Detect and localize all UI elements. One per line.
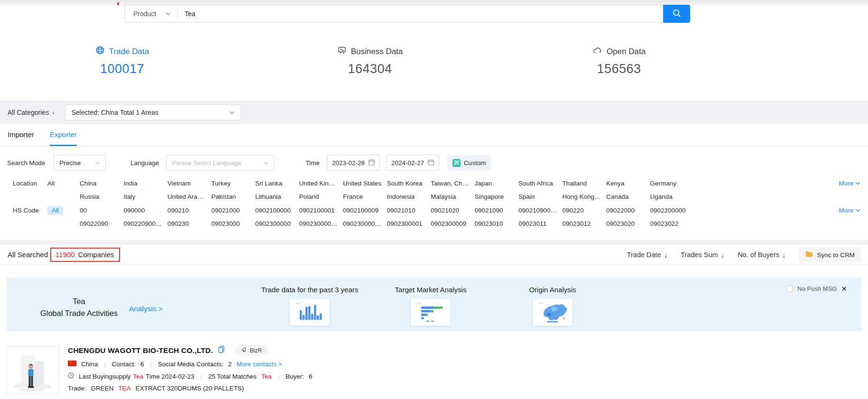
hs-code-option[interactable]: 09022090000 <box>124 219 168 228</box>
custom-time-button[interactable]: ⌘ Custom <box>447 155 491 170</box>
location-option[interactable]: Canada <box>606 192 650 201</box>
hs-code-option[interactable]: 0902100001 <box>299 206 343 215</box>
more-contacts-link[interactable]: More contacts > <box>236 361 282 368</box>
hs-code-option[interactable]: 090000 <box>124 206 168 215</box>
hs-code-option[interactable]: 0902200000 <box>650 206 694 215</box>
location-option[interactable]: Uganda <box>650 192 694 201</box>
location-option[interactable]: Russia <box>80 192 124 201</box>
hs-code-option[interactable]: 09023022 <box>650 219 694 228</box>
location-option[interactable]: Malaysia <box>431 192 475 201</box>
tab-importer[interactable]: Importer <box>8 130 34 145</box>
trade-pre: GREEN <box>91 385 114 392</box>
hs-code-option[interactable]: 09023000000 <box>299 219 343 228</box>
hs-code-option[interactable]: 090230 <box>167 219 212 228</box>
location-option[interactable]: France <box>343 192 387 201</box>
hs-code-option[interactable]: 09023012 <box>563 219 607 228</box>
search-mode-select[interactable]: Precise <box>54 155 106 171</box>
hs-code-option[interactable]: 09021090000 <box>518 206 563 215</box>
location-option[interactable]: India <box>124 179 168 188</box>
copy-icon[interactable] <box>218 346 224 355</box>
hs-code-option[interactable]: 0902100000 <box>255 206 299 215</box>
company-name-link[interactable]: CHENGDU WAGOTT BIO-TECH CO.,LTD. <box>68 346 213 355</box>
location-option[interactable]: Germany <box>650 179 694 188</box>
arrow-down-icon: ↓ <box>782 251 786 259</box>
sync-to-crm-button[interactable]: Sync to CRM <box>799 247 861 262</box>
location-option[interactable]: Poland <box>299 192 343 201</box>
sort-option[interactable]: Trade Date↓ <box>627 251 668 259</box>
location-option[interactable]: Thailand <box>563 179 607 188</box>
social-contacts-label: Social Media Contacts: <box>158 361 223 368</box>
stat-business-data[interactable]: Business Data 164304 <box>327 46 413 76</box>
tab-exporter[interactable]: Exporter <box>50 130 77 146</box>
folder-icon <box>805 251 813 259</box>
location-option[interactable]: Spain <box>518 192 563 201</box>
company-image[interactable] <box>7 346 59 395</box>
location-option[interactable]: United Arab E... <box>167 192 212 201</box>
language-select[interactable]: Please Select Language <box>166 155 274 171</box>
location-option[interactable]: South Korea <box>387 179 431 188</box>
hs-code-option[interactable]: 09022090 <box>80 219 124 228</box>
trade-data-card[interactable]: Trade data for the past 3 years <box>243 286 376 325</box>
location-option[interactable]: Lithuania <box>255 192 299 201</box>
sort-option[interactable]: No. of Buyers↓ <box>738 251 785 259</box>
hs-code-option[interactable]: 09021090 <box>475 206 519 215</box>
location-option[interactable]: Japan <box>475 179 519 188</box>
chevron-down-icon <box>166 12 171 16</box>
location-option[interactable]: China <box>80 179 124 188</box>
location-option[interactable]: Taiwan, China <box>431 179 475 188</box>
location-option[interactable]: Turkey <box>212 179 256 188</box>
location-option[interactable]: Vietnam <box>167 179 212 188</box>
hs-code-option[interactable]: 09021010 <box>387 206 431 215</box>
location-option[interactable]: Hong Kong, C... <box>563 192 607 201</box>
role-tabs: Importer Exporter <box>0 124 868 146</box>
analysis-link[interactable]: Analysis > <box>129 305 163 313</box>
hs-code-option[interactable]: 09021020 <box>431 206 475 215</box>
hs-code-option[interactable]: 0902300000 <box>255 219 299 228</box>
start-date-input[interactable]: 2023-02-28 <box>327 155 380 171</box>
hs-code-option[interactable]: 09023010 <box>475 219 519 228</box>
total-matches-keyword: Tea <box>261 373 272 380</box>
location-option[interactable]: United States <box>343 179 387 188</box>
stat-trade-data[interactable]: Trade Data 100017 <box>81 46 164 76</box>
search-input[interactable] <box>178 10 663 18</box>
sort-option[interactable]: Trades Sum↓ <box>681 251 724 259</box>
origin-analysis-card[interactable]: Origin Analysis <box>486 286 619 325</box>
location-option[interactable]: Singapore <box>475 192 519 201</box>
hs-code-option[interactable]: 090230000000 <box>343 219 387 228</box>
location-option[interactable]: Sri Lanka <box>255 179 299 188</box>
hs-code-option[interactable]: 090210 <box>167 206 212 215</box>
stat-open-data[interactable]: Open Data 156563 <box>576 46 662 76</box>
hs-code-all-option[interactable]: All <box>47 206 63 215</box>
target-market-card[interactable]: Target Market Analysis <box>364 286 497 325</box>
hs-code-option[interactable]: 090220 <box>563 206 607 215</box>
end-date-input[interactable]: 2024-02-27 <box>386 155 439 171</box>
section-divider <box>0 240 868 245</box>
hs-code-option[interactable]: 0902300001 <box>387 219 431 228</box>
selected-area-dropdown[interactable]: Selected: China Total 1 Areas <box>65 104 241 121</box>
hs-code-option[interactable]: 09023011 <box>518 219 563 228</box>
hs-code-more-link[interactable]: More <box>839 207 860 214</box>
hs-code-option[interactable]: 09021000 <box>212 206 256 215</box>
location-option[interactable]: United Kingdo... <box>299 179 343 188</box>
hs-code-option[interactable]: 00 <box>80 206 124 215</box>
presentation-chart-icon <box>337 46 347 57</box>
activity-post: Time 2024-02-23 <box>146 373 194 380</box>
close-icon[interactable]: ✕ <box>841 285 847 292</box>
hs-code-option[interactable]: 09022000 <box>606 206 650 215</box>
no-push-checkbox[interactable] <box>786 286 793 292</box>
location-all-option[interactable]: All <box>47 179 80 187</box>
all-categories-link[interactable]: All Categories › <box>8 109 55 116</box>
search-category-select[interactable]: Product <box>125 5 177 22</box>
location-option[interactable]: Italy <box>124 192 168 201</box>
search-button[interactable] <box>663 5 690 23</box>
hs-code-option[interactable]: 09023020 <box>606 219 650 228</box>
location-option[interactable]: Indonesia <box>387 192 431 201</box>
location-more-link[interactable]: More <box>839 180 860 187</box>
hs-code-option[interactable]: 0902100009 <box>343 206 387 215</box>
location-option[interactable]: Pakistan <box>212 192 256 201</box>
location-option[interactable]: Kenya <box>606 179 650 188</box>
bizr-badge[interactable]: BizR <box>235 345 268 356</box>
hs-code-option[interactable]: 09023000 <box>212 219 256 228</box>
hs-code-option[interactable]: 0902300009 <box>431 219 475 228</box>
location-option[interactable]: South Africa <box>518 179 563 188</box>
